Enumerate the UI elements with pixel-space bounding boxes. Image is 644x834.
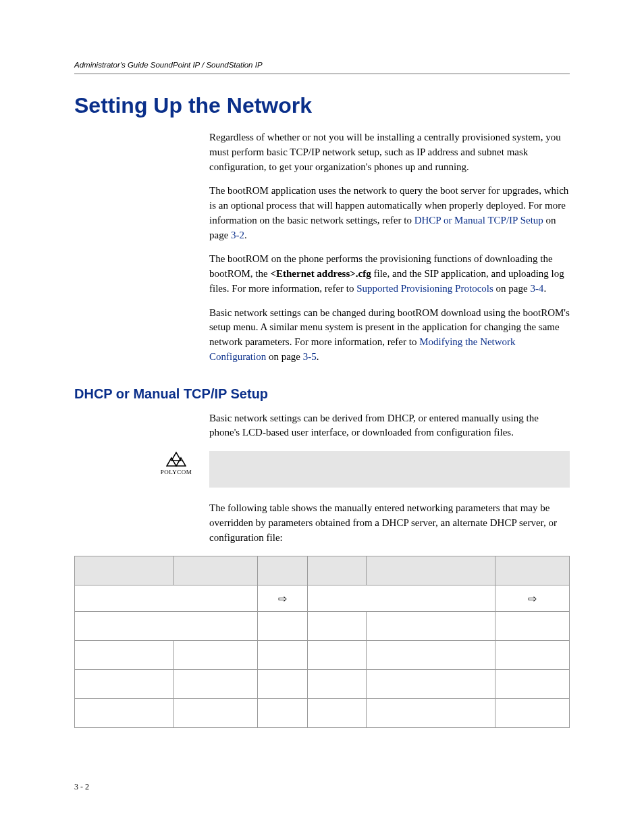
table-cell: ⇨: [495, 585, 570, 612]
header-rule: [74, 73, 570, 74]
table-cell: [367, 699, 495, 728]
running-header: Administrator's Guide SoundPoint IP / So…: [74, 61, 570, 69]
table-cell: [495, 612, 570, 641]
polycom-logo-text: POLYCOM: [155, 469, 197, 475]
table-header-cell: [173, 556, 258, 585]
note-box: [209, 451, 570, 488]
table-cell: [75, 612, 258, 641]
table-cell: [258, 670, 307, 699]
text-run: .: [244, 230, 247, 240]
paragraph: The bootROM application uses the network…: [209, 184, 570, 242]
document-page: Administrator's Guide SoundPoint IP / So…: [0, 0, 644, 833]
table-cell: [495, 670, 570, 699]
table-cell: [75, 699, 174, 728]
table-row: [75, 670, 570, 699]
table-cell: [367, 612, 495, 641]
table-cell: [495, 641, 570, 670]
paragraph: The following table shows the manually e…: [209, 501, 570, 545]
svg-marker-1: [167, 458, 176, 466]
paragraph: Basic network settings can be derived fr…: [209, 411, 570, 441]
table-cell: [258, 641, 307, 670]
text-run: on page: [493, 283, 531, 294]
polycom-logo: POLYCOM: [155, 451, 197, 475]
table-cell: [307, 699, 367, 728]
paragraph: Basic network settings can be changed du…: [209, 306, 570, 365]
table-row: [75, 699, 570, 728]
page-ref-link[interactable]: 3-4: [530, 283, 543, 294]
table-row: ⇨ ⇨: [75, 585, 570, 612]
subsection-heading: DHCP or Manual TCP/IP Setup: [74, 386, 570, 402]
table-cell: [75, 641, 174, 670]
text-run: .: [317, 351, 319, 362]
table-cell: [367, 670, 495, 699]
polycom-logo-icon: [166, 451, 186, 467]
table-cell: [367, 641, 495, 670]
cross-ref-link[interactable]: Supported Provisioning Protocols: [356, 283, 493, 294]
bold-text: <Ethernet address>.cfg: [270, 268, 371, 279]
text-run: .: [543, 283, 546, 294]
table-header-cell: [307, 556, 367, 585]
table-cell: [258, 612, 307, 641]
table-cell: [173, 670, 258, 699]
section-heading: Setting Up the Network: [74, 93, 570, 118]
table-cell: ⇨: [258, 585, 307, 612]
table-cell: [258, 699, 307, 728]
table-cell: [495, 699, 570, 728]
table-cell: [173, 641, 258, 670]
paragraph: Regardless of whether or not you will be…: [209, 130, 570, 174]
table-header-row: [75, 556, 570, 585]
table-cell: [307, 641, 367, 670]
table-row: [75, 641, 570, 670]
table-cell: [307, 670, 367, 699]
table-cell: [307, 612, 367, 641]
cross-ref-link[interactable]: DHCP or Manual TCP/IP Setup: [414, 215, 543, 226]
page-number: 3 - 2: [74, 782, 570, 792]
table-header-cell: [367, 556, 495, 585]
table-cell: [307, 585, 495, 612]
page-ref-link[interactable]: 3-2: [231, 230, 244, 240]
table-row: [75, 612, 570, 641]
section-body: Regardless of whether or not you will be…: [209, 130, 570, 365]
parameters-table: ⇨ ⇨: [74, 556, 570, 728]
subsection-body: Basic network settings can be derived fr…: [209, 411, 570, 546]
svg-marker-2: [176, 458, 186, 466]
arrow-right-icon: ⇨: [528, 593, 537, 604]
table-cell: [75, 670, 174, 699]
table-cell: [173, 699, 258, 728]
table-cell: [75, 585, 258, 612]
page-ref-link[interactable]: 3-5: [303, 351, 317, 362]
text-run: on page: [266, 351, 303, 362]
table-header-cell: [258, 556, 307, 585]
table-header-cell: [495, 556, 570, 585]
note-callout: POLYCOM: [155, 451, 570, 488]
paragraph: The bootROM on the phone performs the pr…: [209, 252, 570, 296]
table-header-cell: [75, 556, 174, 585]
arrow-right-icon: ⇨: [278, 593, 287, 604]
